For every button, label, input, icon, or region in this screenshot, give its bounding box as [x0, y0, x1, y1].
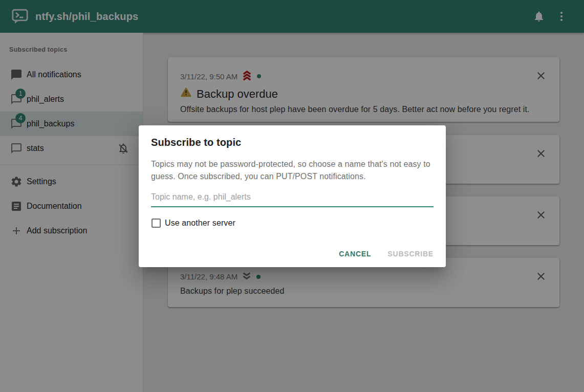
- dialog-title: Subscribe to topic: [151, 125, 434, 148]
- checkbox-icon: [152, 219, 161, 228]
- cancel-button[interactable]: CANCEL: [331, 245, 379, 263]
- subscribe-button[interactable]: SUBSCRIBE: [379, 245, 442, 263]
- use-another-server-checkbox[interactable]: Use another server: [151, 219, 434, 228]
- subscribe-dialog: Subscribe to topic Topics may not be pas…: [139, 125, 446, 267]
- dialog-description: Topics may not be password-protected, so…: [151, 158, 434, 183]
- dialog-actions: CANCEL SUBSCRIBE: [331, 245, 442, 263]
- topic-name-input[interactable]: [151, 189, 434, 207]
- checkbox-label: Use another server: [165, 219, 235, 228]
